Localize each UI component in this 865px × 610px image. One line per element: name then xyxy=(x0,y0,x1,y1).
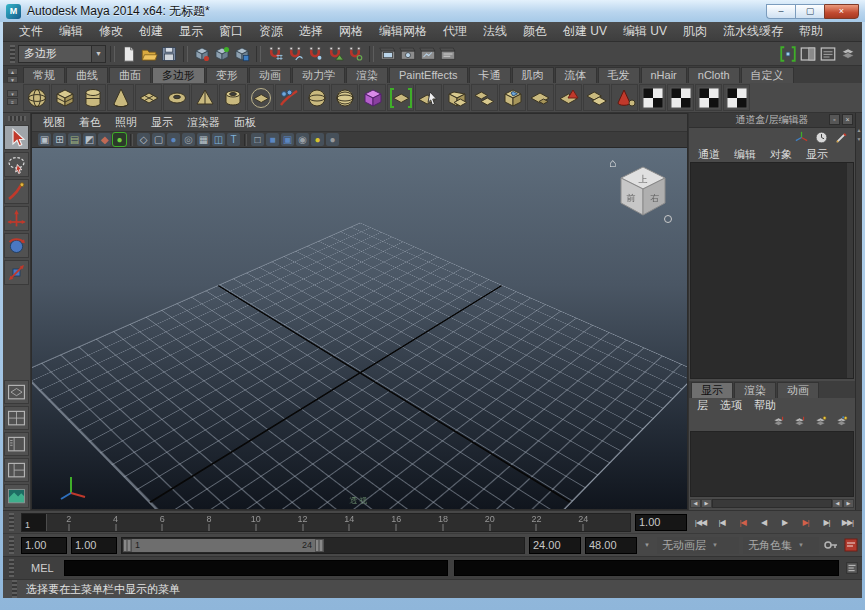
shelf-prev-icon[interactable]: ▲ xyxy=(7,68,18,75)
fill-hole-icon[interactable] xyxy=(499,84,526,111)
scroll-right2-icon[interactable]: ◀ xyxy=(832,499,843,508)
shelf-tab-PaintEffects[interactable]: PaintEffects xyxy=(389,67,468,83)
menu-set-dropdown[interactable]: 多边形 ▼ xyxy=(18,45,106,63)
shelf-tab-卡通[interactable]: 卡通 xyxy=(469,67,511,83)
select-object-icon[interactable] xyxy=(212,43,232,64)
scroll-left-icon[interactable]: ◀ xyxy=(690,499,701,508)
viewport-menu-面板[interactable]: 面板 xyxy=(227,115,263,130)
shelf-tab-曲线[interactable]: 曲线 xyxy=(66,67,108,83)
menu-item-法线[interactable]: 法线 xyxy=(475,22,515,41)
safe-title-icon[interactable]: T xyxy=(227,133,240,146)
layer-menu-帮助[interactable]: 帮助 xyxy=(748,398,782,413)
layer-tab-显示[interactable]: 显示 xyxy=(691,382,733,398)
menu-item-流水线缓存[interactable]: 流水线缓存 xyxy=(715,22,791,41)
shelf-menu-icon[interactable]: ▾ xyxy=(7,90,18,97)
scroll-right-icon[interactable]: ▶ xyxy=(843,499,854,508)
poly-sphere-icon[interactable] xyxy=(23,84,50,111)
uv-checker-1-icon[interactable] xyxy=(639,84,666,111)
separate-icon[interactable] xyxy=(471,84,498,111)
save-scene-icon[interactable] xyxy=(159,43,179,64)
move-to-layer-icon[interactable] xyxy=(770,415,787,429)
poly-pipe-icon[interactable] xyxy=(219,84,246,111)
range-slider-grip[interactable] xyxy=(9,536,14,554)
highlighted-selection-icon[interactable] xyxy=(387,84,414,111)
go-to-end-button[interactable]: ▶▶| xyxy=(838,514,857,530)
time-slider-grip[interactable] xyxy=(9,513,14,531)
playback-speed-field[interactable] xyxy=(635,514,687,531)
snap-to-curve-icon[interactable] xyxy=(285,43,305,64)
shelf-tab-常规[interactable]: 常规 xyxy=(23,67,65,83)
append-polygon-icon[interactable] xyxy=(415,84,442,111)
paint-select-tool[interactable] xyxy=(4,179,29,204)
menu-item-颜色[interactable]: 颜色 xyxy=(515,22,555,41)
reduce-icon[interactable] xyxy=(527,84,554,111)
cleanup-icon[interactable] xyxy=(555,84,582,111)
viewcube-right-label[interactable]: 右 xyxy=(650,193,660,203)
combine-icon[interactable] xyxy=(443,84,470,111)
poly-plane-icon[interactable] xyxy=(135,84,162,111)
move-tool[interactable] xyxy=(4,206,29,231)
shelf-tab-自定义[interactable]: 自定义 xyxy=(741,67,794,83)
viewport-menu-渲染器[interactable]: 渲染器 xyxy=(180,115,227,130)
shelf-edit-icon[interactable]: ≡ xyxy=(7,98,18,105)
shelf-tab-曲面[interactable]: 曲面 xyxy=(109,67,151,83)
view-cube[interactable]: ⌂ 上 前 右 xyxy=(599,153,675,231)
layer-tab-动画[interactable]: 动画 xyxy=(777,382,819,398)
nurbs-cone-icon[interactable] xyxy=(611,84,638,111)
textured-shaded-icon[interactable]: ◉ xyxy=(296,133,309,146)
title-bar[interactable]: M Autodesk Maya 2014 x64: 无标题* – ▢ × xyxy=(0,0,865,22)
textured-icon[interactable]: ▣ xyxy=(281,133,294,146)
poly-cube-icon[interactable] xyxy=(51,84,78,111)
grease-pencil-icon[interactable]: ● xyxy=(113,133,126,146)
film-gate-icon[interactable]: ▢ xyxy=(152,133,165,146)
default-lighting-icon[interactable]: ● xyxy=(311,133,324,146)
menu-item-网格[interactable]: 网格 xyxy=(331,22,371,41)
render-current-frame-icon[interactable] xyxy=(378,43,398,64)
close-panel-icon[interactable]: × xyxy=(842,114,853,125)
layout-single-perspective[interactable] xyxy=(4,380,29,404)
layout-hypershade-persp[interactable] xyxy=(4,484,29,508)
no-lighting-icon[interactable]: ● xyxy=(326,133,339,146)
menu-item-帮助[interactable]: 帮助 xyxy=(791,22,831,41)
make-live-icon[interactable] xyxy=(345,43,365,64)
uv-checker-2-icon[interactable] xyxy=(667,84,694,111)
step-forward-key-button[interactable]: ▶| xyxy=(796,514,815,530)
status-grip[interactable] xyxy=(10,45,15,63)
layout-persp-outliner[interactable] xyxy=(4,432,29,456)
menu-item-资源[interactable]: 资源 xyxy=(251,22,291,41)
viewcube-ring-icon[interactable] xyxy=(665,216,672,223)
range-start-handle[interactable] xyxy=(123,539,132,552)
poly-pyramid-icon[interactable] xyxy=(191,84,218,111)
scroll-left2-icon[interactable]: ▶ xyxy=(701,499,712,508)
snap-to-grid-icon[interactable] xyxy=(265,43,285,64)
range-options-icon[interactable]: ▼ xyxy=(641,542,653,548)
camera-attributes-icon[interactable]: ⊞ xyxy=(53,133,66,146)
viewcube-front-label[interactable]: 前 xyxy=(627,193,636,203)
layer-menu-选项[interactable]: 选项 xyxy=(714,398,748,413)
maximize-button[interactable]: ▢ xyxy=(795,4,824,19)
step-forward-frame-button[interactable]: ▶| xyxy=(817,514,836,530)
select-tool[interactable] xyxy=(4,125,29,150)
poly-torus-icon[interactable] xyxy=(163,84,190,111)
shelf-tab-流体[interactable]: 流体 xyxy=(555,67,597,83)
close-button[interactable]: × xyxy=(824,4,859,19)
character-set-dropdown[interactable]: 无角色集 ▼ xyxy=(743,537,819,554)
merge-layers-icon[interactable] xyxy=(791,415,808,429)
poly-cone-icon[interactable] xyxy=(107,84,134,111)
anim-layer-dropdown[interactable]: 无动画层 ▼ xyxy=(657,537,739,554)
create-empty-layer-icon[interactable] xyxy=(812,415,829,429)
create-layer-from-selected-icon[interactable] xyxy=(833,415,850,429)
animation-start-field[interactable] xyxy=(21,537,67,554)
minimize-button[interactable]: – xyxy=(766,4,795,19)
channel-menu-通道[interactable]: 通道 xyxy=(691,147,727,162)
play-forward-button[interactable]: ▶ xyxy=(775,514,794,530)
shaded-icon[interactable]: ■ xyxy=(266,133,279,146)
menu-item-修改[interactable]: 修改 xyxy=(91,22,131,41)
range-slider-bar[interactable]: 1 24 xyxy=(123,539,324,552)
go-to-start-button[interactable]: |◀◀ xyxy=(691,514,710,530)
sculpt-geometry-icon[interactable] xyxy=(275,84,302,111)
layer-menu-层[interactable]: 层 xyxy=(691,398,714,413)
select-component-icon[interactable] xyxy=(232,43,252,64)
time-slider-track[interactable]: 1 24681012141618202224 xyxy=(21,513,631,532)
menu-item-编辑网格[interactable]: 编辑网格 xyxy=(371,22,435,41)
